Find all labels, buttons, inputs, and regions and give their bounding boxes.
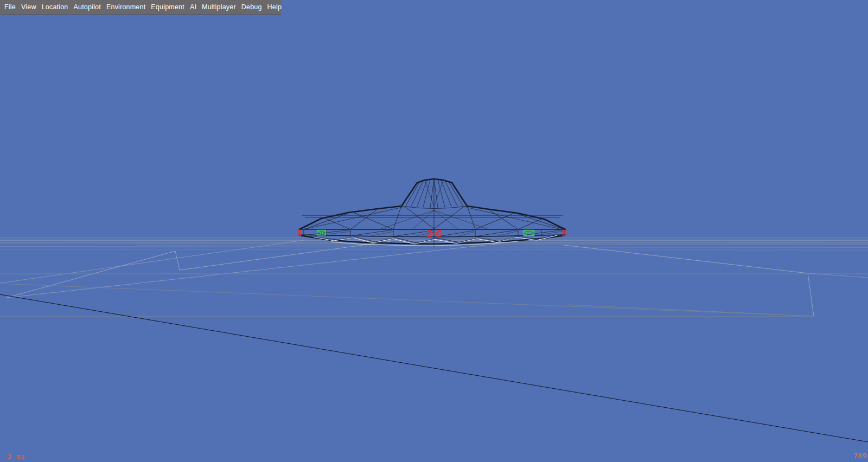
menu-item-file[interactable]: File	[4, 0, 16, 15]
menu-item-environment[interactable]: Environment	[106, 0, 145, 15]
menu-item-autopilot[interactable]: Autopilot	[74, 0, 101, 15]
ufo-wireframe-model	[298, 179, 566, 247]
menu-item-location[interactable]: Location	[42, 0, 68, 15]
marker-left-green	[317, 230, 326, 235]
terrain-wireframe	[0, 238, 868, 442]
menu-item-multiplayer[interactable]: Multiplayer	[202, 0, 236, 15]
flightgear-window: File View Location Autopilot Environment…	[0, 0, 868, 462]
menu-item-view[interactable]: View	[21, 0, 36, 15]
fps-readout: 789	[853, 452, 867, 460]
menu-item-help[interactable]: Help	[267, 0, 282, 15]
marker-right-green	[524, 230, 534, 236]
menu-item-debug[interactable]: Debug	[241, 0, 262, 15]
frame-time-readout: 3 ms	[7, 452, 25, 460]
menu-item-ai[interactable]: AI	[190, 0, 196, 15]
scene-3d-viewport[interactable]	[0, 0, 868, 462]
menu-bar: File View Location Autopilot Environment…	[0, 0, 281, 15]
menu-item-equipment[interactable]: Equipment	[151, 0, 184, 15]
